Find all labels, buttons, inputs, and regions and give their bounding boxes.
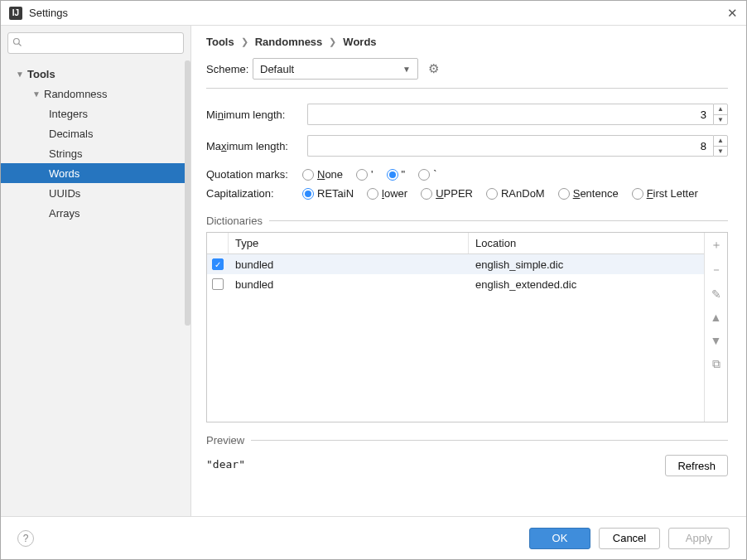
capitalization-option-label: Sentence [573, 187, 619, 200]
scheme-dropdown[interactable]: Default ▼ [253, 58, 418, 80]
breadcrumb: Tools ❯ Randomness ❯ Words [206, 36, 728, 48]
dialog-footer: ? OK Cancel Apply [1, 516, 746, 559]
tree-item-strings[interactable]: Strings [1, 143, 190, 163]
edit-icon[interactable]: ✎ [711, 287, 721, 301]
capitalization-option-1[interactable]: lower [367, 187, 407, 200]
copy-icon[interactable]: ⧉ [712, 357, 720, 371]
spin-up-icon[interactable]: ▲ [714, 136, 727, 147]
quotation-option-3[interactable]: ` [418, 168, 436, 181]
radio-icon [486, 188, 498, 200]
breadcrumb-1[interactable]: Randomness [255, 36, 323, 48]
tree-group-label: Randomness [44, 88, 108, 100]
help-icon[interactable]: ? [17, 530, 34, 547]
capitalization-option-4[interactable]: Sentence [558, 187, 619, 200]
tree-root-tools[interactable]: ▼ Tools [1, 64, 190, 84]
content-panel: Tools ❯ Randomness ❯ Words Scheme: Defau… [191, 26, 746, 516]
spin-down-icon[interactable]: ▼ [714, 147, 727, 157]
max-length-input[interactable] [307, 135, 713, 157]
dictionary-row[interactable]: bundledenglish_extended.dic [207, 274, 704, 294]
dict-location: english_simple.dic [469, 258, 704, 271]
capitalization-option-0[interactable]: RETaiN [302, 187, 354, 200]
min-length-input[interactable] [307, 104, 713, 125]
tree-item-arrays[interactable]: Arrays [1, 203, 190, 223]
radio-icon [367, 188, 378, 200]
chevron-right-icon: ❯ [241, 36, 248, 47]
max-length-label: Maximum length: [206, 140, 297, 152]
gear-icon[interactable]: ⚙ [428, 61, 439, 76]
quotation-option-0[interactable]: None [302, 168, 343, 181]
capitalization-option-label: RAnDoM [501, 187, 545, 200]
divider [269, 220, 728, 221]
col-type[interactable]: Type [229, 233, 469, 253]
dictionaries-label: Dictionaries [206, 215, 263, 227]
min-length-label: Minimum length: [206, 109, 297, 121]
quotation-option-1[interactable]: ' [356, 168, 373, 181]
tree-group-randomness[interactable]: ▼ Randomness [1, 84, 190, 104]
add-icon[interactable]: ＋ [711, 238, 722, 253]
capitalization-label: Capitalization: [206, 187, 297, 200]
chevron-right-icon: ❯ [329, 36, 336, 47]
breadcrumb-2[interactable]: Words [343, 36, 376, 48]
spin-down-icon[interactable]: ▼ [714, 115, 727, 125]
tree-item-decimals[interactable]: Decimals [1, 123, 190, 143]
capitalization-option-label: lower [382, 187, 407, 200]
chevron-down-icon: ▼ [402, 65, 411, 74]
quotation-option-label: ' [371, 168, 373, 181]
sidebar: ▼ Tools ▼ Randomness IntegersDecimalsStr… [1, 26, 191, 516]
quotation-option-2[interactable]: " [387, 168, 406, 181]
tree-scrollbar[interactable] [185, 60, 190, 326]
quotation-option-label: ` [433, 168, 436, 181]
svg-line-1 [19, 44, 22, 46]
tree-item-words[interactable]: Words [1, 163, 190, 183]
capitalization-option-3[interactable]: RAnDoM [486, 187, 545, 200]
chevron-down-icon: ▼ [16, 70, 24, 79]
move-up-icon[interactable]: ▲ [711, 311, 722, 324]
capitalization-option-label: First Letter [647, 187, 698, 200]
tree-item-uuids[interactable]: UUIDs [1, 183, 190, 203]
dict-location: english_extended.dic [469, 278, 704, 291]
move-down-icon[interactable]: ▼ [711, 334, 722, 347]
breadcrumb-0[interactable]: Tools [206, 36, 234, 48]
app-icon: IJ [9, 7, 22, 20]
radio-icon [558, 188, 570, 200]
cancel-button[interactable]: Cancel [599, 528, 660, 549]
radio-icon [632, 188, 643, 200]
radio-icon [302, 188, 314, 200]
dictionaries-panel: Type Location ✓bundledenglish_simple.dic… [206, 232, 728, 422]
quotation-label: Quotation marks: [206, 168, 297, 181]
divider [251, 440, 728, 441]
dictionaries-toolbar: ＋ － ✎ ▲ ▼ ⧉ [704, 233, 727, 422]
capitalization-option-2[interactable]: UPPER [421, 187, 473, 200]
search-icon [12, 37, 22, 47]
ok-button[interactable]: OK [529, 528, 590, 549]
radio-icon [418, 169, 430, 181]
remove-icon[interactable]: － [711, 263, 722, 278]
dict-type: bundled [229, 278, 469, 291]
radio-icon [302, 169, 314, 181]
svg-point-0 [14, 39, 20, 45]
quotation-option-label: None [317, 168, 343, 181]
quotation-option-label: " [402, 168, 406, 181]
dictionary-row[interactable]: ✓bundledenglish_simple.dic [207, 254, 704, 274]
title-bar: IJ Settings ✕ [1, 1, 746, 26]
settings-tree: ▼ Tools ▼ Randomness IntegersDecimalsStr… [1, 60, 190, 516]
capitalization-option-5[interactable]: First Letter [632, 187, 698, 200]
refresh-button[interactable]: Refresh [665, 455, 728, 476]
close-icon[interactable]: ✕ [727, 6, 738, 21]
dict-type: bundled [229, 258, 469, 271]
checkbox[interactable]: ✓ [212, 258, 224, 270]
preview-value: "dear" [206, 458, 245, 471]
tree-item-integers[interactable]: Integers [1, 104, 190, 123]
radio-icon [356, 169, 368, 181]
spin-up-icon[interactable]: ▲ [714, 104, 727, 115]
dictionaries-header: Type Location [207, 233, 704, 254]
chevron-down-icon: ▼ [32, 89, 41, 99]
max-length-spinner[interactable]: ▲▼ [713, 135, 728, 157]
scheme-label: Scheme: [206, 63, 253, 75]
apply-button[interactable]: Apply [668, 528, 730, 549]
scheme-value: Default [260, 63, 294, 75]
col-location[interactable]: Location [469, 233, 704, 253]
search-input[interactable] [7, 32, 184, 54]
min-length-spinner[interactable]: ▲▼ [713, 104, 728, 125]
checkbox[interactable] [212, 278, 224, 290]
